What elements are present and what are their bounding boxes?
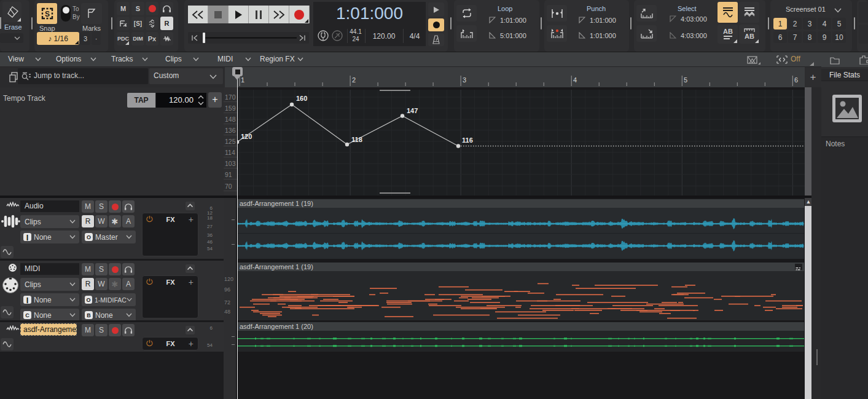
svg-text:4: 4 (573, 76, 577, 84)
svg-text:116: 116 (462, 136, 473, 144)
svg-text:3: 3 (463, 76, 466, 84)
svg-text:1: 1 (241, 76, 244, 84)
svg-text:147: 147 (407, 107, 418, 114)
svg-text:5: 5 (684, 76, 687, 84)
svg-text:120: 120 (241, 133, 252, 140)
svg-text:118: 118 (351, 136, 362, 143)
svg-text:6: 6 (794, 76, 798, 84)
svg-text:160: 160 (296, 95, 307, 102)
svg-text:2: 2 (352, 76, 356, 84)
svg-text:S: S (44, 10, 49, 18)
